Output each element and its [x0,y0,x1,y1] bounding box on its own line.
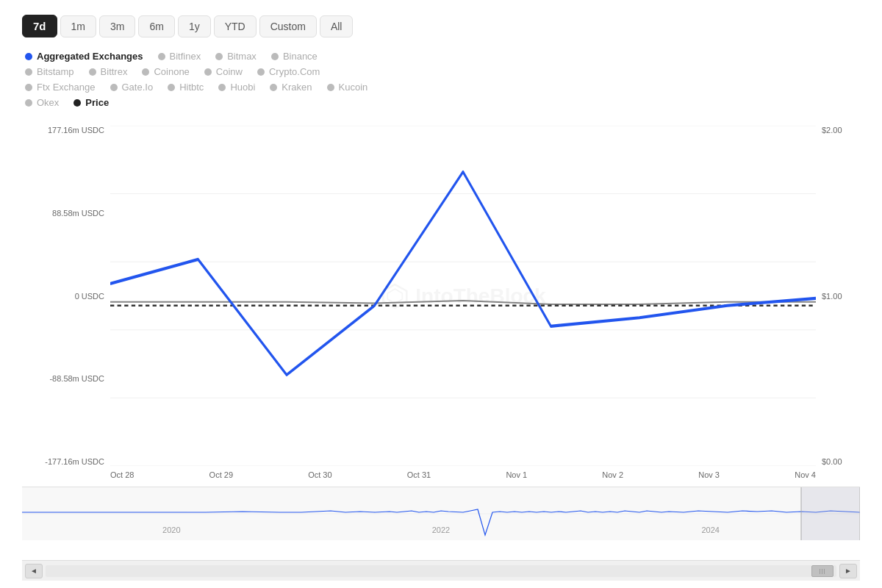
legend-label: Binance [283,51,318,62]
legend-item-coinone[interactable]: Coinone [142,66,189,77]
legend-item-bitfinex[interactable]: Bitfinex [158,51,201,62]
legend-item-gate-io[interactable]: Gate.Io [110,82,154,93]
legend-item-aggregated-exchanges[interactable]: Aggregated Exchanges [25,51,143,62]
legend-label: Aggregated Exchanges [37,51,143,62]
legend-dot [204,68,212,76]
y-left-tick: -177.16m USDC [22,457,104,466]
legend-dot [142,68,149,76]
legend-dot [25,99,32,107]
scroll-track: ||| [46,565,836,577]
legend-label: Gate.Io [122,82,154,93]
x-axis-tick: Nov 1 [506,470,527,479]
scroll-left-icon: ◄ [30,567,37,575]
time-btn-3m[interactable]: 3m [99,15,135,37]
time-range-selector: 7d1m3m6m1yYTDCustomAll [22,15,860,37]
legend-item-kraken[interactable]: Kraken [270,82,312,93]
legend-item-bitmax[interactable]: Bitmax [215,51,257,62]
time-btn-custom[interactable]: Custom [259,15,317,37]
legend-item-coinw[interactable]: Coinw [204,66,243,77]
scroll-right-icon: ► [845,567,852,575]
time-btn-7d[interactable]: 7d [22,15,57,37]
chart-legend: Aggregated ExchangesBitfinexBitmaxBinanc… [22,51,860,108]
chart-svg: IntoTheBlock [110,126,816,466]
legend-item-binance[interactable]: Binance [271,51,318,62]
navigator-year-label: 2020 [162,526,180,534]
legend-label: Huobi [230,82,255,93]
x-axis-tick: Oct 30 [308,470,331,479]
legend-dot [158,53,165,60]
legend-label: Bitstamp [37,66,74,77]
legend-dot [270,84,277,91]
y-axis-left: 177.16m USDC88.58m USDC0 USDC-88.58m USD… [22,126,110,466]
legend-dot [215,53,223,60]
legend-label: Hitbtc [179,82,204,93]
legend-dot [25,68,32,76]
legend-item-ftx-exchange[interactable]: Ftx Exchange [25,82,96,93]
legend-label: Coinone [154,66,189,77]
legend-label: Crypto.Com [269,66,320,77]
legend-item-bittrex[interactable]: Bittrex [89,66,128,77]
time-btn-6m[interactable]: 6m [138,15,174,37]
main-chart-wrapper: 177.16m USDC88.58m USDC0 USDC-88.58m USD… [22,126,860,466]
legend-item-price[interactable]: Price [74,97,109,108]
legend-dot [110,84,118,91]
time-btn-1y[interactable]: 1y [178,15,211,37]
legend-label: Ftx Exchange [37,82,96,93]
scroll-right-button[interactable]: ► [839,564,857,578]
legend-item-kucoin[interactable]: Kucoin [327,82,368,93]
x-axis-tick: Oct 31 [407,470,431,479]
y-left-tick: 177.16m USDC [22,126,104,135]
x-axis: Oct 28Oct 29Oct 30Oct 31Nov 1Nov 2Nov 3N… [22,466,860,484]
legend-dot [74,99,81,107]
x-axis-tick: Oct 28 [110,470,134,479]
scroll-bar: ◄ ||| ► [22,560,860,581]
legend-label: Bitmax [227,51,257,62]
time-btn-1m[interactable]: 1m [60,15,96,37]
legend-dot [218,84,226,91]
x-axis-tick: Nov 3 [698,470,720,479]
y-right-tick: $0.00 [822,457,860,466]
legend-dot [271,53,279,60]
legend-dot [168,84,175,91]
legend-label: Bitfinex [170,51,201,62]
legend-dot [257,68,265,76]
legend-dot [327,84,334,91]
legend-label: Bittrex [101,66,128,77]
y-right-tick: $2.00 [822,126,860,135]
legend-label: Price [85,97,109,108]
y-axis-right: $2.00$1.00$0.00 [816,126,860,466]
x-axis-tick: Nov 2 [602,470,623,479]
legend-item-okex[interactable]: Okex [25,97,59,108]
scroll-thumb-lines: ||| [819,567,825,574]
navigator-area: 202020222024 [22,487,860,560]
legend-label: Okex [37,97,59,108]
legend-item-huobi[interactable]: Huobi [218,82,255,93]
legend-item-bitstamp[interactable]: Bitstamp [25,66,74,77]
legend-item-hitbtc[interactable]: Hitbtc [168,82,204,93]
y-left-tick: 88.58m USDC [22,209,104,218]
scroll-left-button[interactable]: ◄ [25,564,43,578]
y-left-tick: 0 USDC [22,292,104,301]
y-left-tick: -88.58m USDC [22,374,104,383]
scroll-thumb[interactable]: ||| [811,565,833,577]
x-axis-tick: Nov 4 [795,470,816,479]
chart-area: 177.16m USDC88.58m USDC0 USDC-88.58m USD… [22,126,860,581]
time-btn-all[interactable]: All [320,15,354,37]
legend-dot [89,68,96,76]
legend-dot [25,53,32,60]
x-axis-tick: Oct 29 [209,470,233,479]
navigator-year-label: 2024 [701,526,719,534]
time-btn-ytd[interactable]: YTD [214,15,257,37]
legend-item-crypto-com[interactable]: Crypto.Com [257,66,320,77]
legend-label: Coinw [216,66,243,77]
main-container: 7d1m3m6m1yYTDCustomAll Aggregated Exchan… [0,0,882,588]
navigator-year-label: 2022 [432,526,450,534]
legend-label: Kraken [282,82,312,93]
navigator-labels: 202020222024 [37,526,845,534]
main-chart-svg [110,126,816,466]
y-right-tick: $1.00 [822,292,860,301]
legend-dot [25,84,32,91]
legend-label: Kucoin [339,82,368,93]
